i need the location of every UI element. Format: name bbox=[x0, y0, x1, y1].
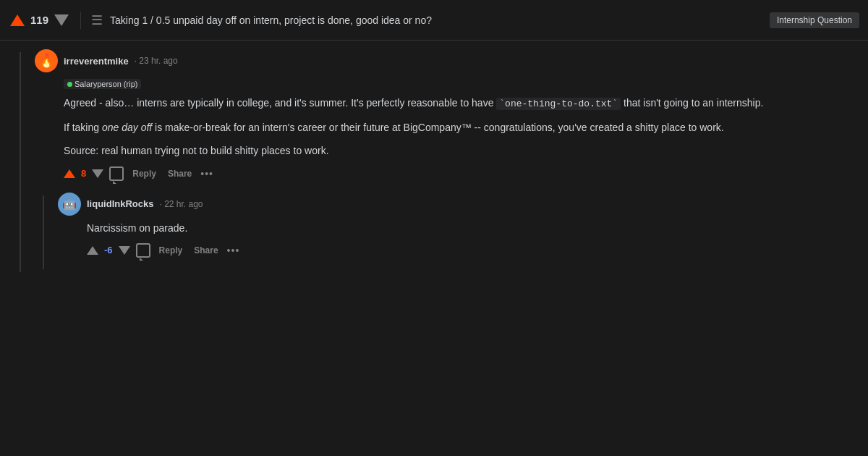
comment-upvote-button-2[interactable] bbox=[87, 246, 98, 255]
comment-header-1: 🔥 irreverentmike · 23 hr. ago bbox=[35, 49, 856, 72]
comment-block-2: 🤖 liquidInkRocks · 22 hr. ago Narcissism… bbox=[58, 193, 856, 269]
comment-paragraph-1-1: Agreed - also… interns are typically in … bbox=[64, 95, 856, 112]
post-upvote-button[interactable] bbox=[9, 13, 26, 28]
reply-button-1[interactable]: Reply bbox=[129, 167, 159, 180]
reply-icon-2 bbox=[136, 243, 150, 258]
comment-vote-count-2: -6 bbox=[104, 245, 113, 256]
more-options-1[interactable]: ••• bbox=[200, 168, 213, 180]
comment-thread-1: 🔥 irreverentmike · 23 hr. ago Salarypers… bbox=[12, 49, 856, 269]
comment-paragraph-2-1: Narcissism on parade. bbox=[87, 220, 856, 236]
divider bbox=[80, 12, 81, 29]
avatar-2: 🤖 bbox=[58, 193, 81, 216]
avatar-1: 🔥 bbox=[35, 49, 58, 72]
action-bar-1: 8 Reply Share ••• bbox=[64, 166, 856, 181]
comment-paragraph-1-3: Source: real human trying not to build s… bbox=[64, 143, 856, 159]
timestamp-2: · 22 hr. ago bbox=[159, 199, 203, 209]
comment-downvote-button-2[interactable] bbox=[119, 246, 130, 255]
tag-badge[interactable]: Internship Question bbox=[770, 12, 859, 28]
post-type-icon: ☰ bbox=[91, 12, 103, 28]
comment-block-1: 🔥 irreverentmike · 23 hr. ago Salarypers… bbox=[35, 49, 856, 269]
post-downvote-button[interactable] bbox=[53, 13, 70, 28]
reply-icon-1 bbox=[109, 166, 124, 181]
username-2[interactable]: liquidInkRocks bbox=[87, 198, 153, 209]
comments-area: 🔥 irreverentmike · 23 hr. ago Salarypers… bbox=[0, 41, 868, 278]
share-button-1[interactable]: Share bbox=[165, 167, 195, 180]
nested-line-container bbox=[35, 193, 52, 269]
nested-thread-line bbox=[43, 195, 44, 269]
reply-button-2[interactable]: Reply bbox=[156, 244, 186, 257]
downvote-arrow-icon bbox=[54, 14, 69, 26]
comment-paragraph-1-2: If taking one day off is make-or-break f… bbox=[64, 119, 856, 135]
upvote-arrow-icon bbox=[10, 14, 25, 26]
post-title: Taking 1 / 0.5 unpaid day off on intern,… bbox=[110, 14, 762, 26]
post-vote-count: 119 bbox=[30, 14, 48, 26]
comment-downvote-button-1[interactable] bbox=[92, 169, 103, 178]
nested-comment-thread: 🤖 liquidInkRocks · 22 hr. ago Narcissism… bbox=[35, 193, 856, 269]
code-text: `one-thing-to-do.txt` bbox=[496, 98, 621, 110]
comment-vote-count-1: 8 bbox=[81, 168, 86, 179]
more-options-2[interactable]: ••• bbox=[227, 245, 240, 256]
post-vote-section: 119 bbox=[9, 13, 70, 28]
thread-line-1 bbox=[20, 52, 21, 272]
top-bar: 119 ☰ Taking 1 / 0.5 unpaid day off on i… bbox=[0, 0, 868, 41]
username-1[interactable]: irreverentmike bbox=[64, 56, 129, 67]
flair-1: Salaryperson (rip) bbox=[64, 79, 141, 89]
comment-header-2: 🤖 liquidInkRocks · 22 hr. ago bbox=[58, 193, 856, 216]
comment-upvote-button-1[interactable] bbox=[64, 169, 75, 178]
timestamp-1: · 23 hr. ago bbox=[135, 56, 178, 66]
thread-line-container-1 bbox=[12, 49, 29, 269]
comment-body-2: Narcissism on parade. bbox=[87, 220, 856, 236]
flair-dot-icon bbox=[67, 82, 72, 87]
action-bar-2: -6 Reply Share ••• bbox=[87, 243, 856, 258]
share-button-2[interactable]: Share bbox=[191, 244, 221, 257]
comment-body-1: Agreed - also… interns are typically in … bbox=[64, 95, 856, 159]
